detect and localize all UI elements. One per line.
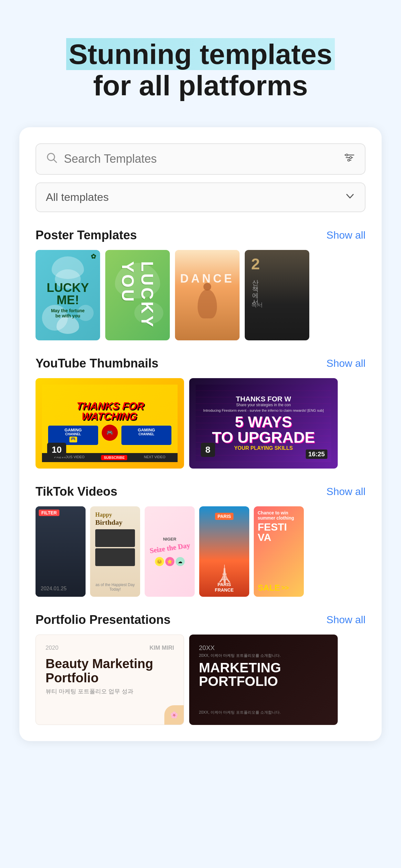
portfolio-section-title: Portfolio Presentations (35, 613, 171, 627)
tiktok-section-title: TikTok Videos (35, 485, 117, 499)
portfolio-beauty-subtitle: 뷰티 마케팅 포트폴리오 업무 성과 (45, 687, 174, 695)
yt-card-upgrade[interactable]: THANKS FOR W Share your strategies in th… (189, 378, 338, 469)
portfolio-marketing-label: 20XX, 이케아 마케팅 포트폴리오를 소개합니다. (199, 653, 328, 658)
yt-counter-1: 10 (47, 443, 66, 457)
portfolio-marketing-title: MARKETINGPORTFOLIO (199, 661, 328, 688)
tiktok-card-seize-day[interactable]: NIGER Seize the Day 😊 ⭐ ☁ (145, 506, 195, 597)
poster-section-header: Poster Templates Show all (35, 228, 366, 242)
poster-show-all[interactable]: Show all (327, 229, 366, 241)
youtube-section-header: YouTube Thumbnails Show all (35, 356, 366, 370)
youtube-section-title: YouTube Thumbnails (35, 356, 158, 370)
tiktok-section-header: TikTok Videos Show all (35, 485, 366, 499)
tiktok-videos-row: FILTER 2024.01.25 Happy Birthday as of t… (35, 506, 366, 597)
portfolio-section-header: Portfolio Presentations Show all (35, 613, 366, 627)
portfolio-presentations-row: 2020 KIM MIRI Beauty Marketing Portfolio… (35, 634, 366, 725)
portfolio-marketing-footer: 20XX, 이케아 마케팅 포트폴리오를 소개합니다. (199, 710, 328, 715)
portfolio-show-all[interactable]: Show all (327, 614, 366, 626)
tiktok-card-dark[interactable]: FILTER 2024.01.25 (35, 506, 86, 597)
hero-section: Stunning templates for all platforms (0, 0, 401, 127)
hero-line2: for all platforms (93, 69, 308, 101)
portfolio-year: 2020 (45, 645, 58, 651)
template-filter-dropdown[interactable]: All templates (35, 182, 366, 212)
poster-section-title: Poster Templates (35, 228, 137, 242)
search-icon (46, 152, 58, 166)
portfolio-author: KIM MIRI (150, 645, 174, 651)
svg-point-5 (346, 154, 348, 156)
poster-card-lucky-me[interactable]: LUCKYME! May the fortunebe with you ✿ (35, 250, 100, 340)
portfolio-marketing-year: 20XX (199, 644, 328, 652)
tiktok-show-all[interactable]: Show all (327, 486, 366, 498)
tiktok-card-paris[interactable]: PARIS 🗼 PARISFRANCE (199, 506, 249, 597)
portfolio-card-marketing[interactable]: 20XX 20XX, 이케아 마케팅 포트폴리오를 소개합니다. MARKETI… (189, 634, 338, 725)
portfolio-card-beauty[interactable]: 2020 KIM MIRI Beauty Marketing Portfolio… (35, 634, 184, 725)
svg-point-7 (348, 159, 350, 161)
youtube-show-all[interactable]: Show all (327, 358, 366, 369)
youtube-thumbnails-row: THANKS FORWATCHING GAMING CHANNEL 🎮 🎮 GA… (35, 378, 366, 469)
poster-card-dance[interactable]: DANCE (175, 250, 240, 340)
svg-point-6 (350, 157, 351, 159)
tiktok-card-festival[interactable]: Chance to win summer clothing FESTI VA S… (254, 506, 304, 597)
poster-card-korean[interactable]: 2 산책에서 독서 (245, 250, 309, 340)
main-card: All templates Poster Templates Show all … (19, 127, 382, 741)
poster-card-lucky-you[interactable]: LUCKYYOU (105, 250, 170, 340)
search-bar[interactable] (35, 144, 366, 175)
svg-line-1 (54, 159, 57, 162)
dropdown-label: All templates (46, 191, 345, 204)
search-input[interactable] (64, 152, 343, 166)
filter-icon[interactable] (343, 152, 355, 166)
poster-templates-row: LUCKYME! May the fortunebe with you ✿ LU… (35, 250, 366, 340)
yt-card-watching[interactable]: THANKS FORWATCHING GAMING CHANNEL 🎮 🎮 GA… (35, 378, 184, 469)
chevron-down-icon (345, 191, 355, 204)
hero-line1: Stunning templates (66, 38, 335, 70)
portfolio-beauty-title: Beauty Marketing Portfolio (45, 656, 174, 685)
tiktok-card-birthday[interactable]: Happy Birthday as of the Happiest Day To… (90, 506, 140, 597)
hero-title: Stunning templates for all platforms (19, 39, 382, 101)
